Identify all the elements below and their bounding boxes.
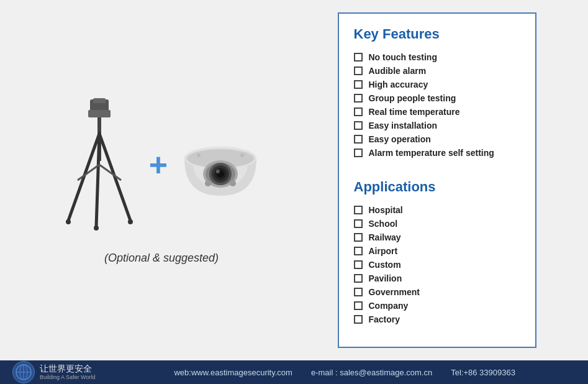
logo-icon <box>12 361 35 383</box>
application-label: Custom <box>369 260 401 270</box>
logo-text: 让世界更安全 Building A Safer World <box>40 363 95 381</box>
checkbox-icon <box>354 219 363 228</box>
feature-label: Audible alarm <box>369 66 427 76</box>
application-item: Hospital <box>354 205 520 215</box>
application-label: Airport <box>369 246 398 256</box>
application-item: Airport <box>354 246 520 256</box>
feature-item: Real time temperature <box>354 107 520 117</box>
tripod-icon <box>62 96 137 233</box>
svg-point-9 <box>128 219 133 224</box>
checkbox-icon <box>354 301 363 310</box>
application-label: Factory <box>369 314 400 324</box>
application-item: Company <box>354 301 520 311</box>
feature-item: High accuracy <box>354 80 520 89</box>
features-box: Key Features No touch testingAudible ala… <box>338 12 536 348</box>
application-item: School <box>354 219 520 229</box>
checkbox-icon <box>354 135 363 144</box>
feature-item: Group people testing <box>354 93 520 103</box>
logo-chinese: 让世界更安全 <box>40 363 95 374</box>
footer-tel: Tel:+86 33909363 <box>451 368 515 377</box>
product-image-area: + <box>62 96 261 233</box>
svg-point-25 <box>240 153 244 157</box>
footer: 让世界更安全 Building A Safer World web:www.ea… <box>0 360 588 384</box>
svg-point-8 <box>66 219 71 224</box>
feature-item: Audible alarm <box>354 66 520 76</box>
features-list: No touch testingAudible alarmHigh accura… <box>354 52 520 158</box>
application-label: Government <box>369 287 420 297</box>
svg-rect-1 <box>93 98 106 103</box>
svg-line-5 <box>96 134 99 227</box>
application-item: Custom <box>354 260 520 270</box>
optional-text: (Optional & suggested) <box>104 252 219 265</box>
checkbox-icon <box>354 149 363 157</box>
application-label: Railway <box>369 232 401 242</box>
application-label: Pavilion <box>369 273 402 283</box>
footer-web: web:www.eastimagesecurity.com <box>174 368 292 377</box>
checkbox-icon <box>354 206 363 214</box>
logo-sub: Building A Safer World <box>40 374 95 381</box>
feature-label: Easy installation <box>369 121 437 130</box>
svg-point-24 <box>197 153 201 157</box>
svg-point-10 <box>94 226 99 231</box>
feature-label: No touch testing <box>369 52 437 62</box>
feature-item: Alarm temperature self setting <box>354 148 520 158</box>
feature-label: Easy operation <box>369 134 431 144</box>
feature-label: Real time temperature <box>369 107 460 117</box>
application-item: Pavilion <box>354 273 520 283</box>
key-features-title: Key Features <box>354 26 520 42</box>
checkbox-icon <box>354 53 363 62</box>
svg-point-21 <box>216 170 220 173</box>
checkbox-icon <box>354 94 363 103</box>
applications-title: Applications <box>354 179 520 195</box>
feature-item: Easy installation <box>354 121 520 130</box>
application-label: Hospital <box>369 205 403 215</box>
checkbox-icon <box>354 247 363 255</box>
footer-info: web:www.eastimagesecurity.com e-mail : s… <box>114 368 576 377</box>
checkbox-icon <box>354 66 363 75</box>
svg-line-4 <box>99 134 130 221</box>
footer-email: e-mail : sales@eastimage.com.cn <box>311 368 432 377</box>
svg-line-3 <box>68 134 99 221</box>
checkbox-icon <box>354 107 363 116</box>
application-label: School <box>369 219 398 229</box>
feature-label: High accuracy <box>369 80 428 89</box>
footer-logo: 让世界更安全 Building A Safer World <box>12 361 95 383</box>
left-panel: + <box>19 12 304 348</box>
checkbox-icon <box>354 315 363 324</box>
checkbox-icon <box>354 80 363 89</box>
feature-label: Alarm temperature self setting <box>369 148 494 158</box>
application-item: Factory <box>354 314 520 324</box>
checkbox-icon <box>354 121 363 130</box>
feature-item: Easy operation <box>354 134 520 144</box>
feature-label: Group people testing <box>369 93 456 103</box>
svg-rect-11 <box>88 110 111 117</box>
svg-point-23 <box>230 180 236 186</box>
application-item: Railway <box>354 232 520 242</box>
applications-list: HospitalSchoolRailwayAirportCustomPavili… <box>354 205 520 324</box>
checkbox-icon <box>354 274 363 283</box>
plus-icon: + <box>149 149 168 181</box>
checkbox-icon <box>354 260 363 269</box>
feature-item: No touch testing <box>354 52 520 62</box>
checkbox-icon <box>354 233 363 242</box>
application-label: Company <box>369 301 409 311</box>
right-panel: Key Features No touch testingAudible ala… <box>304 12 569 348</box>
checkbox-icon <box>354 288 363 296</box>
svg-point-22 <box>205 180 211 186</box>
application-item: Government <box>354 287 520 297</box>
camera-icon <box>180 124 261 205</box>
